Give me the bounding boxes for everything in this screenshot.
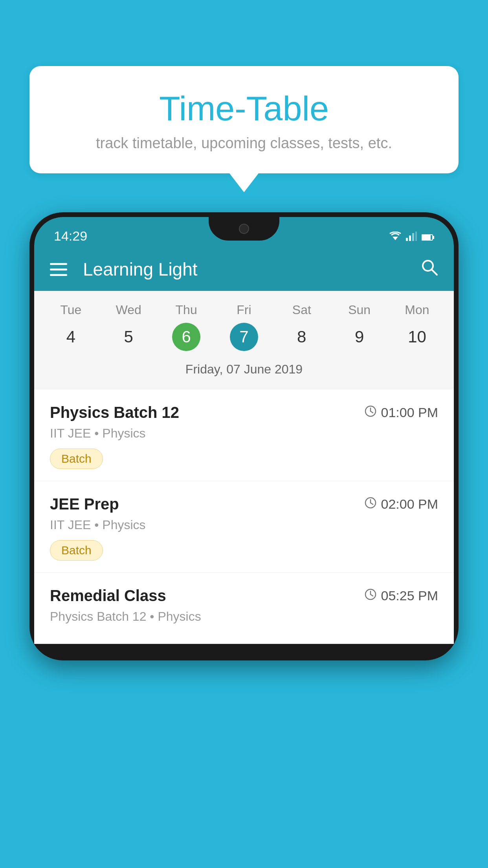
item-time: 05:25 PM bbox=[364, 588, 438, 604]
svg-rect-3 bbox=[412, 233, 414, 241]
phone-wrapper: 14:29 bbox=[29, 212, 459, 868]
app-title: Learning Light bbox=[83, 259, 405, 280]
day-number: 6 bbox=[172, 323, 200, 351]
day-name: Sat bbox=[292, 303, 311, 317]
svg-line-12 bbox=[371, 411, 373, 413]
svg-rect-6 bbox=[422, 235, 431, 240]
wifi-icon bbox=[389, 231, 401, 244]
app-bar: Learning Light bbox=[34, 248, 454, 291]
day-number: 9 bbox=[345, 323, 374, 351]
hamburger-button[interactable] bbox=[50, 263, 67, 276]
clock-icon bbox=[364, 497, 377, 512]
day-name: Mon bbox=[405, 303, 429, 317]
phone-top: 14:29 bbox=[34, 217, 454, 644]
clock-icon bbox=[364, 588, 377, 604]
item-name: Physics Batch 12 bbox=[50, 404, 179, 421]
phone-frame: 14:29 bbox=[29, 212, 459, 660]
day-name: Sun bbox=[348, 303, 371, 317]
camera bbox=[239, 224, 249, 234]
item-header: Physics Batch 12 01:00 PM bbox=[50, 404, 438, 421]
day-cell[interactable]: Wed5 bbox=[103, 303, 154, 351]
item-name: Remedial Class bbox=[50, 587, 166, 605]
day-name: Thu bbox=[176, 303, 197, 317]
svg-line-9 bbox=[431, 269, 437, 275]
phone-screen: Tue4Wed5Thu6Fri7Sat8Sun9Mon10 Friday, 07… bbox=[34, 291, 454, 644]
day-cell[interactable]: Thu6 bbox=[161, 303, 212, 351]
item-header: Remedial Class 05:25 PM bbox=[50, 587, 438, 605]
signal-icon bbox=[406, 231, 417, 244]
status-icons bbox=[389, 231, 434, 244]
notch bbox=[209, 217, 279, 241]
calendar-strip: Tue4Wed5Thu6Fri7Sat8Sun9Mon10 Friday, 07… bbox=[34, 291, 454, 390]
svg-line-18 bbox=[371, 594, 373, 596]
day-cell[interactable]: Mon10 bbox=[391, 303, 442, 351]
svg-rect-7 bbox=[433, 236, 434, 239]
schedule-item[interactable]: JEE Prep 02:00 PMIIT JEE • PhysicsBatch bbox=[34, 481, 454, 573]
item-sub: Physics Batch 12 • Physics bbox=[50, 609, 438, 624]
item-time: 01:00 PM bbox=[364, 405, 438, 421]
svg-rect-1 bbox=[406, 238, 408, 241]
bubble-subtitle: track timetable, upcoming classes, tests… bbox=[45, 135, 443, 152]
batch-tag: Batch bbox=[50, 540, 103, 561]
item-header: JEE Prep 02:00 PM bbox=[50, 495, 438, 513]
item-time: 02:00 PM bbox=[364, 497, 438, 512]
status-time: 14:29 bbox=[54, 228, 87, 244]
day-cell[interactable]: Fri7 bbox=[218, 303, 270, 351]
svg-marker-0 bbox=[393, 237, 398, 240]
schedule-item[interactable]: Physics Batch 12 01:00 PMIIT JEE • Physi… bbox=[34, 390, 454, 481]
item-name: JEE Prep bbox=[50, 495, 119, 513]
speech-bubble: Time-Table track timetable, upcoming cla… bbox=[29, 66, 459, 173]
svg-rect-4 bbox=[415, 232, 417, 241]
day-cell[interactable]: Sat8 bbox=[276, 303, 327, 351]
day-number: 4 bbox=[57, 323, 85, 351]
battery-icon bbox=[422, 231, 434, 244]
day-cell[interactable]: Sun9 bbox=[334, 303, 385, 351]
day-name: Wed bbox=[116, 303, 141, 317]
item-sub: IIT JEE • Physics bbox=[50, 426, 438, 441]
bubble-title: Time-Table bbox=[45, 90, 443, 128]
clock-icon bbox=[364, 405, 377, 421]
status-bar: 14:29 bbox=[34, 217, 454, 248]
schedule-item[interactable]: Remedial Class 05:25 PMPhysics Batch 12 … bbox=[34, 573, 454, 644]
batch-tag: Batch bbox=[50, 449, 103, 469]
day-name: Tue bbox=[60, 303, 81, 317]
item-sub: IIT JEE • Physics bbox=[50, 518, 438, 532]
day-number: 7 bbox=[230, 323, 258, 351]
day-name: Fri bbox=[237, 303, 251, 317]
selected-date-label: Friday, 07 June 2019 bbox=[42, 358, 446, 384]
day-number: 8 bbox=[288, 323, 316, 351]
svg-line-15 bbox=[371, 503, 373, 504]
day-number: 5 bbox=[114, 323, 143, 351]
svg-rect-2 bbox=[409, 235, 411, 241]
day-number: 10 bbox=[403, 323, 431, 351]
phone-bottom bbox=[34, 644, 454, 656]
day-row: Tue4Wed5Thu6Fri7Sat8Sun9Mon10 bbox=[42, 303, 446, 351]
schedule-list: Physics Batch 12 01:00 PMIIT JEE • Physi… bbox=[34, 390, 454, 644]
search-icon[interactable] bbox=[421, 259, 438, 280]
day-cell[interactable]: Tue4 bbox=[45, 303, 96, 351]
